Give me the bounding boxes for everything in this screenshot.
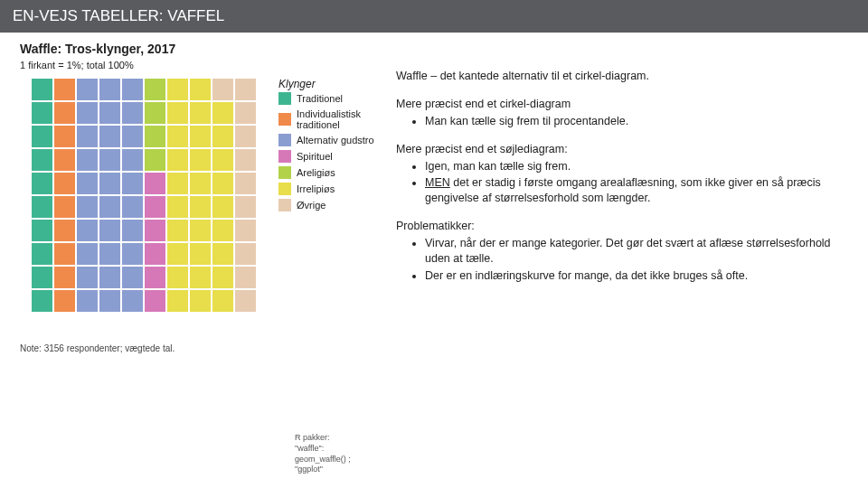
chart-column: Waffle: Tros-klynger, 2017 1 firkant = 1…: [5, 40, 376, 486]
legend-swatch: [278, 150, 291, 163]
waffle-cell: [234, 219, 257, 242]
waffle-cell: [144, 78, 166, 101]
waffle-cell: [166, 125, 189, 148]
waffle-cell: [144, 219, 166, 242]
waffle-cell: [234, 172, 257, 195]
waffle-cell: [31, 242, 53, 266]
waffle-cell: [76, 78, 99, 101]
footnote-line2: "ggplot": [295, 465, 323, 474]
bullet: Man kan tælle sig frem til procentandele…: [425, 114, 848, 129]
waffle-cell: [99, 195, 121, 219]
waffle-cell: [99, 242, 121, 266]
waffle-cell: [76, 266, 99, 289]
waffle-cell: [53, 219, 76, 242]
legend-label: Traditionel: [297, 93, 343, 104]
waffle-cell: [76, 219, 99, 242]
waffle-cell: [53, 289, 76, 313]
waffle-cell: [76, 125, 99, 148]
waffle-cell: [144, 148, 166, 172]
waffle-cell: [31, 125, 53, 148]
waffle-cell: [99, 219, 121, 242]
waffle-cell: [121, 266, 144, 289]
legend-label: Areligiøs: [297, 167, 335, 178]
waffle-cell: [144, 242, 166, 266]
waffle-cell: [212, 125, 234, 148]
waffle-cell: [121, 172, 144, 195]
waffle-cell: [212, 289, 234, 313]
legend-swatch: [278, 92, 291, 105]
waffle-cell: [99, 266, 121, 289]
waffle-cell: [234, 125, 257, 148]
waffle-cell: [121, 125, 144, 148]
legend-label: Individualistisk traditionel: [297, 108, 376, 130]
waffle-cell: [189, 78, 212, 101]
waffle-cell: [121, 219, 144, 242]
legend-swatch: [278, 113, 291, 126]
waffle-cell: [212, 172, 234, 195]
waffle-cell: [189, 101, 212, 125]
waffle-cell: [144, 266, 166, 289]
legend-title: Klynger: [278, 78, 376, 90]
waffle-cell: [212, 266, 234, 289]
section3-heading: Problematikker:: [396, 219, 848, 234]
legend-item: Spirituel: [278, 150, 376, 163]
bullet: Der er en indlæringskurve for mange, da …: [425, 268, 848, 284]
waffle-grid: [31, 78, 257, 313]
chart-note: Note: 3156 respondenter; vægtede tal.: [20, 343, 376, 353]
waffle-cell: [76, 101, 99, 125]
waffle-cell: [234, 242, 257, 266]
waffle-cell: [99, 289, 121, 313]
legend-item: Øvrige: [278, 199, 376, 211]
legend-label: Alternativ gudstro: [297, 135, 374, 145]
waffle-cell: [144, 101, 166, 125]
waffle-cell: [189, 172, 212, 195]
legend-swatch: [278, 183, 291, 195]
waffle-cell: [76, 289, 99, 313]
section2-bullets: Igen, man kan tælle sig frem. MEN det er…: [396, 159, 848, 207]
waffle-cell: [212, 101, 234, 125]
waffle-cell: [121, 101, 144, 125]
waffle-cell: [99, 78, 121, 101]
legend-item: Alternativ gudstro: [278, 134, 376, 146]
waffle-cell: [31, 101, 53, 125]
waffle-cell: [189, 289, 212, 313]
legend-swatch: [278, 199, 291, 211]
chart-title: Waffle: Tros-klynger, 2017: [20, 42, 376, 56]
waffle-cell: [189, 195, 212, 219]
waffle-cell: [212, 148, 234, 172]
legend-swatch: [278, 166, 291, 179]
bullet: Igen, man kan tælle sig frem.: [425, 159, 848, 174]
waffle-cell: [53, 242, 76, 266]
legend-swatch: [278, 134, 291, 146]
footnote-label: R pakker:: [295, 433, 330, 442]
waffle-cell: [99, 125, 121, 148]
bullet: MEN det er stadig i første omgang areala…: [425, 175, 848, 206]
slide-header: EN-VEJS TABELLER: VAFFEL: [0, 0, 868, 33]
waffle-cell: [99, 148, 121, 172]
waffle-cell: [53, 172, 76, 195]
r-packages-footnote: R pakker: "waffle": geom_waffle() ; "ggp…: [295, 433, 376, 475]
waffle-cell: [121, 78, 144, 101]
waffle-cell: [144, 289, 166, 313]
waffle-cell: [166, 289, 189, 313]
waffle-cell: [212, 78, 234, 101]
waffle-cell: [121, 242, 144, 266]
legend-item: Traditionel: [278, 92, 376, 105]
waffle-cell: [31, 219, 53, 242]
waffle-cell: [166, 148, 189, 172]
waffle-cell: [121, 195, 144, 219]
section1-heading: Mere præcist end et cirkel-diagram: [396, 97, 848, 112]
waffle-cell: [189, 125, 212, 148]
waffle-cell: [212, 219, 234, 242]
waffle-cell: [189, 148, 212, 172]
waffle-cell: [31, 289, 53, 313]
content-area: Waffle: Tros-klynger, 2017 1 firkant = 1…: [0, 33, 868, 486]
waffle-cell: [99, 101, 121, 125]
section2-heading: Mere præcist end et søjlediagram:: [396, 142, 848, 157]
waffle-cell: [234, 289, 257, 313]
waffle-cell: [121, 289, 144, 313]
waffle-cell: [53, 266, 76, 289]
waffle-cell: [166, 266, 189, 289]
waffle-cell: [53, 195, 76, 219]
waffle-cell: [76, 172, 99, 195]
